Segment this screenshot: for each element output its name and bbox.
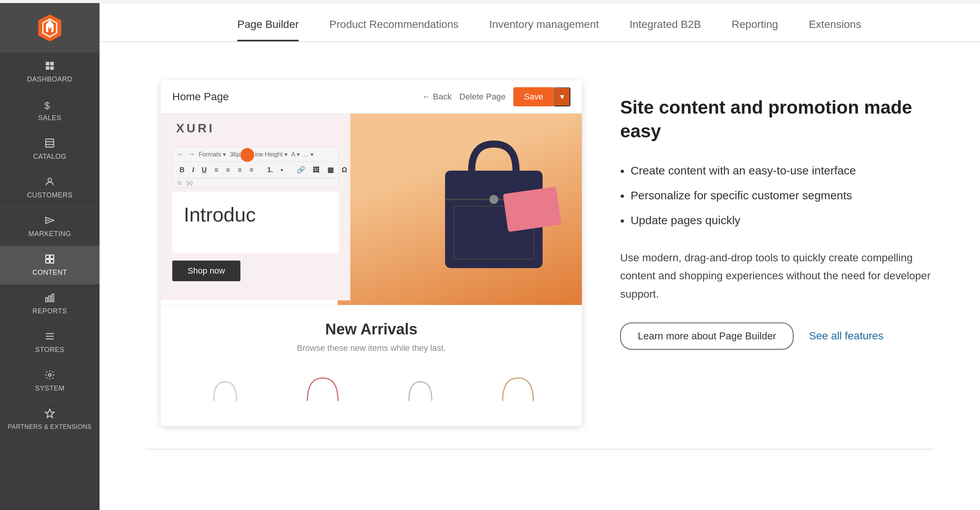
align-justify-btn[interactable]: ≡: [247, 165, 256, 175]
system-icon: [44, 370, 55, 382]
svg-rect-1: [50, 62, 54, 65]
new-arrivals-subtitle: Browse these new items while they last.: [176, 343, 567, 353]
align-center-btn[interactable]: ≡: [224, 165, 233, 175]
top-bar: [0, 0, 980, 3]
tab-extensions[interactable]: Extensions: [809, 18, 861, 41]
catalog-icon: [44, 138, 55, 150]
feature-bullets-list: Create content with an easy-to-use inter…: [620, 159, 934, 233]
ordered-list-btn[interactable]: 1.: [265, 165, 275, 175]
toolbar-state-icon: ⊙: [177, 180, 182, 186]
toolbar-color-btn[interactable]: A ▾: [291, 151, 300, 158]
bullet-item-2: Personalize for specific customer segmen…: [620, 184, 934, 209]
toolbar-formats-dropdown[interactable]: Formats ▾: [199, 151, 226, 158]
toolbar-row-format: ← → Formats ▾ 36px ▾ Line Height ▾ A ▾ .…: [173, 147, 338, 162]
delete-page-button[interactable]: Delete Page: [459, 92, 506, 102]
feature-description: Use modern, drag-and-drop tools to quick…: [620, 249, 934, 303]
back-button[interactable]: ← Back: [422, 92, 452, 102]
underline-btn[interactable]: U: [199, 165, 209, 175]
toolbar-state-row: ⊙ (x): [173, 178, 338, 187]
table-btn[interactable]: ▦: [325, 165, 336, 175]
editor-toolbar[interactable]: ← → Formats ▾ 36px ▾ Line Height ▾ A ▾ .…: [172, 147, 339, 188]
sidebar-item-sales[interactable]: $ SALES: [0, 91, 100, 130]
sales-icon: $: [44, 99, 55, 112]
sidebar-item-reports[interactable]: REPORTS: [0, 285, 100, 323]
sidebar-item-system-label: SYSTEM: [35, 385, 64, 393]
svg-rect-17: [52, 294, 54, 302]
toolbar-back-btn[interactable]: ←: [177, 150, 184, 158]
editor-preview: XURI ← → Formats ▾ 36px ▾ Line: [161, 114, 582, 305]
special-char-btn[interactable]: Ω: [339, 165, 349, 175]
svg-text:$: $: [44, 100, 50, 110]
shop-now-button[interactable]: Shop now: [172, 261, 240, 281]
sidebar-item-stores[interactable]: STORES: [0, 323, 100, 362]
stores-icon: [44, 331, 55, 344]
sidebar-logo[interactable]: [0, 3, 100, 53]
tab-product-recommendations[interactable]: Product Recommendations: [329, 18, 459, 41]
link-btn[interactable]: 🔗: [294, 165, 307, 175]
content-icon: [44, 254, 55, 266]
reports-icon: [44, 292, 55, 305]
bottom-divider: [145, 449, 934, 450]
partners-icon: [44, 408, 55, 421]
align-left-btn[interactable]: ≡: [212, 165, 221, 175]
sidebar-item-marketing[interactable]: MARKETING: [0, 207, 100, 246]
tab-page-builder[interactable]: Page Builder: [237, 18, 299, 41]
product-4[interactable]: [495, 372, 541, 403]
new-arrivals-section: New Arrivals Browse these new items whil…: [161, 305, 582, 426]
unordered-list-btn[interactable]: •: [278, 165, 285, 175]
svg-point-8: [48, 178, 51, 182]
svg-point-25: [489, 195, 498, 204]
bullet-item-1: Create content with an easy-to-use inter…: [620, 159, 934, 184]
toolbar-forward-btn[interactable]: →: [188, 150, 195, 158]
sidebar-item-content-label: CONTENT: [33, 269, 67, 277]
sidebar-item-dashboard[interactable]: DASHBOARD: [0, 53, 100, 91]
image-btn[interactable]: 🖼: [310, 165, 322, 175]
main-content: Home Page ← Back Delete Page Save ▾: [100, 42, 980, 449]
right-content-panel: Site content and promotion made easy Cre…: [620, 80, 934, 350]
sidebar-item-system[interactable]: SYSTEM: [0, 362, 100, 401]
save-button[interactable]: Save: [513, 87, 554, 106]
new-arrivals-title: New Arrivals: [176, 321, 567, 338]
product-1[interactable]: [202, 372, 248, 403]
svg-rect-0: [46, 62, 49, 65]
marketing-icon: [44, 215, 55, 228]
toolbar-line-height-dropdown[interactable]: Line Height ▾: [252, 151, 287, 158]
screenshot-wrapper: Home Page ← Back Delete Page Save ▾: [161, 80, 582, 426]
editor-text-input[interactable]: Introduc: [172, 192, 339, 253]
sidebar-item-reports-label: REPORTS: [33, 307, 67, 315]
svg-rect-15: [46, 298, 48, 302]
wallet-image: [503, 187, 562, 232]
content-area: Page Builder Product Recommendations Inv…: [100, 3, 980, 510]
sidebar-item-customers[interactable]: CUSTOMERS: [0, 169, 100, 207]
sidebar-item-partners-label: PARTNERS & EXTENSIONS: [8, 423, 92, 431]
align-right-btn[interactable]: ≡: [235, 165, 244, 175]
sidebar-item-catalog[interactable]: CATALOG: [0, 130, 100, 169]
see-all-features-link[interactable]: See all features: [809, 330, 884, 342]
svg-rect-11: [46, 255, 49, 259]
main-layout: DASHBOARD $ SALES CATALOG CUSTOMERS MARK…: [0, 3, 980, 510]
sidebar-item-partners[interactable]: PARTNERS & EXTENSIONS: [0, 401, 100, 439]
svg-rect-12: [50, 255, 54, 259]
italic-btn[interactable]: I: [190, 165, 196, 175]
sidebar-item-content[interactable]: CONTENT: [0, 246, 100, 285]
product-2[interactable]: [300, 372, 346, 403]
bullet-text-2: Personalize for specific customer segmen…: [630, 189, 852, 202]
feature-title: Site content and promotion made easy: [620, 96, 934, 143]
admin-page-title: Home Page: [172, 91, 229, 103]
bullet-item-3: Update pages quickly: [620, 209, 934, 233]
svg-rect-16: [49, 296, 51, 301]
save-dropdown-button[interactable]: ▾: [554, 87, 570, 106]
toolbar-row-formatting: B I U ≡ ≡ ≡ ≡ 1. •: [173, 162, 338, 178]
product-3[interactable]: [397, 372, 443, 403]
admin-bar: Home Page ← Back Delete Page Save ▾: [161, 80, 582, 114]
learn-more-button[interactable]: Learn more about Page Builder: [620, 323, 794, 350]
sidebar-item-marketing-label: MARKETING: [28, 230, 71, 238]
toolbar-more-btn[interactable]: ... ▾: [304, 151, 314, 158]
tab-reporting[interactable]: Reporting: [732, 18, 778, 41]
tab-inventory-management[interactable]: Inventory management: [489, 18, 599, 41]
tab-integrated-b2b[interactable]: Integrated B2B: [629, 18, 701, 41]
orange-dot-indicator: [240, 148, 254, 162]
customers-icon: [44, 176, 55, 189]
svg-rect-14: [50, 259, 54, 263]
bold-btn[interactable]: B: [177, 165, 187, 175]
